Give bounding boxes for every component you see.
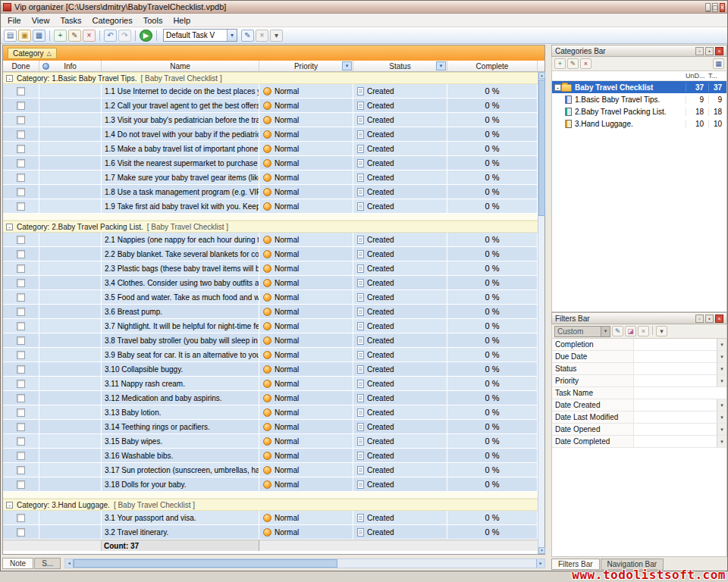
filter-value-field[interactable]: ▾ xyxy=(634,351,726,362)
filter-dropdown-icon[interactable]: ▾ xyxy=(342,61,352,70)
horizontal-scrollbar[interactable]: ◂ ▸ xyxy=(64,559,545,568)
edit-view-icon[interactable]: ✎ xyxy=(241,30,254,42)
task-row[interactable]: 3.15 Baby wipes.NormalCreated0 % xyxy=(3,434,538,449)
task-row[interactable]: 3.1 Your passport and visa.NormalCreated… xyxy=(3,511,538,525)
close-icon[interactable]: × xyxy=(715,47,723,55)
tab-note[interactable]: Note xyxy=(2,558,33,569)
task-row[interactable]: 1.4 Do not travel with your baby if the … xyxy=(3,127,538,142)
done-checkbox[interactable] xyxy=(17,202,25,211)
column-header-priority[interactable]: Priority▾ xyxy=(259,61,353,71)
new-task-icon[interactable]: + xyxy=(54,30,67,42)
vertical-scrollbar[interactable]: ▴ ▾ xyxy=(538,72,544,554)
task-row[interactable]: 3.16 Washable bibs.NormalCreated0 % xyxy=(3,449,538,463)
task-name-cell[interactable]: 3.5 Food and water. Take as much food an… xyxy=(102,290,259,304)
done-checkbox[interactable] xyxy=(17,408,25,417)
task-row[interactable]: 3.10 Collapsible buggy.NormalCreated0 % xyxy=(3,362,538,377)
chevron-down-icon[interactable]: ▾ xyxy=(717,399,726,411)
done-checkbox[interactable] xyxy=(17,279,25,287)
chevron-down-icon[interactable]: ▾ xyxy=(717,375,726,386)
done-checkbox[interactable] xyxy=(17,336,25,345)
chevron-down-icon[interactable]: ▾ xyxy=(227,30,237,41)
task-row[interactable]: 2.1 Nappies (one nappy for each hour dur… xyxy=(3,233,538,247)
task-row[interactable]: 1.9 Take first aid baby travel kit with … xyxy=(3,199,538,214)
task-name-cell[interactable]: 3.16 Washable bibs. xyxy=(102,449,259,462)
collapse-icon[interactable]: - xyxy=(6,75,13,82)
task-row[interactable]: 3.17 Sun protection (sunscreen, umbrella… xyxy=(3,463,538,477)
done-checkbox[interactable] xyxy=(17,188,25,196)
tree-item-2-baby-travel-packing-list[interactable]: 2.Baby Travel Packing List.1818 xyxy=(552,105,726,117)
tab-s[interactable]: S... xyxy=(34,558,61,569)
filter-value-field[interactable]: ▾ xyxy=(634,363,726,374)
column-header-info[interactable]: Info xyxy=(39,61,102,71)
task-row[interactable]: 3.18 Dolls for your baby.NormalCreated0 … xyxy=(3,477,538,492)
column-header-complete[interactable]: Complete xyxy=(447,61,538,71)
task-row[interactable]: 3.5 Food and water. Take as much food an… xyxy=(3,290,538,305)
menu-tasks[interactable]: Tasks xyxy=(55,14,86,27)
done-checkbox[interactable] xyxy=(17,437,25,446)
pin-icon[interactable]: ▪ xyxy=(705,314,714,323)
task-name-cell[interactable]: 3.9 Baby seat for car. It is an alternat… xyxy=(102,348,259,361)
task-row[interactable]: 3.8 Travel baby stroller (you baby will … xyxy=(3,333,538,348)
task-name-cell[interactable]: 1.3 Visit your baby's pediatrician befor… xyxy=(102,113,259,127)
task-name-cell[interactable]: 1.2 Call your travel agent to get the be… xyxy=(102,99,259,112)
edit-filter-icon[interactable]: ✎ xyxy=(612,326,623,336)
task-name-cell[interactable]: 3.15 Baby wipes. xyxy=(102,434,259,448)
group-by-category-chip[interactable]: Category △ xyxy=(8,48,57,59)
chevron-down-icon[interactable]: ▾ xyxy=(717,436,726,447)
tree-item-3-hand-luggage[interactable]: 3.Hand Luggage.1010 xyxy=(552,117,726,130)
delete-task-icon[interactable]: × xyxy=(83,30,96,42)
filter-value-field[interactable]: ▾ xyxy=(634,436,726,447)
task-row[interactable]: 2.3 Plastic bags (these baby travel item… xyxy=(3,261,538,276)
done-checkbox[interactable] xyxy=(17,423,25,431)
task-name-cell[interactable]: 2.3 Plastic bags (these baby travel item… xyxy=(102,261,259,275)
redo-icon[interactable]: ↷ xyxy=(118,30,131,42)
view-options-dropdown-icon[interactable]: ▾ xyxy=(270,30,283,42)
total-column-header[interactable]: T... xyxy=(708,71,726,80)
task-row[interactable]: 1.2 Call your travel agent to get the be… xyxy=(3,99,538,113)
task-row[interactable]: 3.14 Teething rings or pacifiers.NormalC… xyxy=(3,420,538,434)
open-file-icon[interactable]: ▣ xyxy=(18,30,31,42)
task-row[interactable]: 3.13 Baby lotion.NormalCreated0 % xyxy=(3,405,538,420)
task-row[interactable]: 1.1 Use Internet to decide on the best p… xyxy=(3,84,538,99)
collapse-icon[interactable]: - xyxy=(554,84,561,91)
column-header-done[interactable]: Done xyxy=(3,61,39,71)
done-checkbox[interactable] xyxy=(17,87,25,95)
chevron-down-icon[interactable]: ▾ xyxy=(717,351,726,362)
task-name-cell[interactable]: 1.4 Do not travel with your baby if the … xyxy=(102,127,259,141)
close-button[interactable]: × xyxy=(720,3,725,12)
task-name-cell[interactable]: 3.12 Medication and baby aspirins. xyxy=(102,391,259,405)
scroll-down-icon[interactable]: ▾ xyxy=(538,547,545,554)
task-name-cell[interactable]: 3.18 Dolls for your baby. xyxy=(102,477,259,491)
task-row[interactable]: 1.6 Visit the nearest supermarket to pur… xyxy=(3,156,538,171)
chevron-down-icon[interactable]: ▾ xyxy=(601,327,610,336)
filter-value-field[interactable]: ▾ xyxy=(634,411,726,423)
done-checkbox[interactable] xyxy=(17,322,25,330)
chevron-down-icon[interactable]: ▾ xyxy=(717,424,726,435)
scroll-right-icon[interactable]: ▸ xyxy=(536,559,544,568)
task-name-cell[interactable]: 1.5 Make a baby travel list of important… xyxy=(102,142,259,155)
done-checkbox[interactable] xyxy=(17,365,25,374)
delete-filter-icon[interactable]: × xyxy=(638,326,649,336)
filter-value-field[interactable]: ▾ xyxy=(634,375,726,386)
done-checkbox[interactable] xyxy=(17,159,25,167)
panel-menu-icon[interactable]: ▫ xyxy=(695,47,704,55)
chevron-down-icon[interactable]: ▾ xyxy=(717,363,726,374)
task-name-cell[interactable]: 3.8 Travel baby stroller (you baby will … xyxy=(102,333,259,347)
menu-file[interactable]: File xyxy=(2,14,27,27)
clear-filter-icon[interactable]: ◪ xyxy=(625,326,636,336)
task-row[interactable]: 3.2 Travel itinerary.NormalCreated0 % xyxy=(3,525,538,540)
task-row[interactable]: 3.11 Nappy rash cream.NormalCreated0 % xyxy=(3,377,538,391)
done-checkbox[interactable] xyxy=(17,528,25,537)
column-header-name[interactable]: Name xyxy=(102,61,259,71)
menu-categories[interactable]: Categories xyxy=(87,14,138,27)
done-checkbox[interactable] xyxy=(17,308,25,316)
done-checkbox[interactable] xyxy=(17,116,25,124)
task-name-cell[interactable]: 3.11 Nappy rash cream. xyxy=(102,377,259,390)
scrollbar-thumb[interactable] xyxy=(538,80,545,216)
run-report-icon[interactable]: ▶ xyxy=(140,30,152,42)
task-row[interactable]: 1.7 Make sure your baby travel gear item… xyxy=(3,171,538,185)
chevron-down-icon[interactable]: ▾ xyxy=(717,339,726,350)
task-name-cell[interactable]: 3.7 Nightlight. It will be helpful for n… xyxy=(102,319,259,333)
task-name-cell[interactable]: 1.7 Make sure your baby travel gear item… xyxy=(102,171,259,184)
category-group-row[interactable]: -Category: 2.Baby Travel Packing List.[ … xyxy=(3,221,538,233)
